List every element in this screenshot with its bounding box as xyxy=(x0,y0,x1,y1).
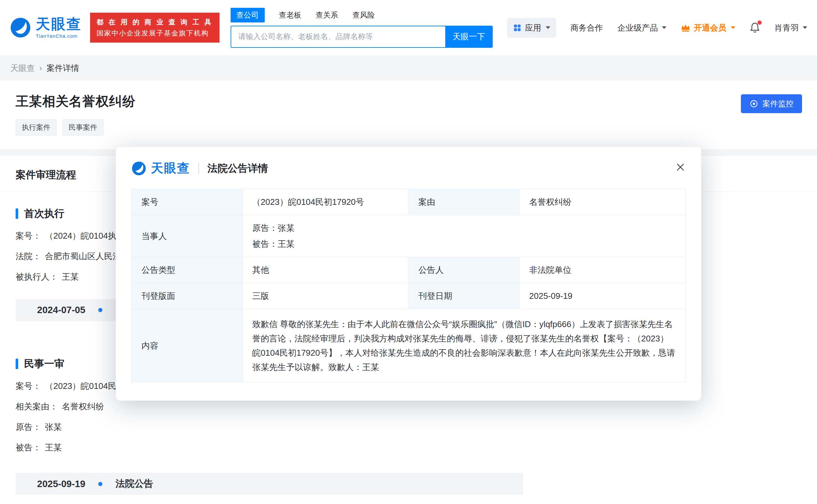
divider xyxy=(198,163,199,174)
case-header-card: 王某相关名誉权纠纷 执行案件 民事案件 案件监控 xyxy=(0,81,817,149)
cell-announcer-label: 公告人 xyxy=(409,257,519,283)
close-icon[interactable] xyxy=(675,161,686,173)
field-value: （2024）皖0104执 xyxy=(45,231,116,241)
field-value: 名誉权纠纷 xyxy=(62,402,104,412)
modal-brand: 天眼查 xyxy=(151,160,190,177)
cell-type-label: 公告类型 xyxy=(132,257,243,283)
table-row: 公告类型 其他 公告人 非法院单位 xyxy=(132,257,686,283)
chevron-down-icon xyxy=(662,26,666,29)
breadcrumb-current: 案件详情 xyxy=(47,63,79,73)
field-label: 原告： xyxy=(16,422,41,432)
cell-page-value: 三版 xyxy=(242,283,409,309)
timeline-date: 2025-09-19 xyxy=(37,479,85,489)
page-root: 天眼查 TianYanCha.com 都 在 用 的 商 业 查 询 工 具 国… xyxy=(0,0,817,504)
field-label: 案号： xyxy=(16,231,41,241)
chevron-down-icon xyxy=(803,26,807,29)
modal-header: 天眼查 法院公告详情 xyxy=(131,160,686,177)
vip-label: 开通会员 xyxy=(694,22,726,33)
tianyancha-logo-icon xyxy=(131,161,146,176)
promo-banner[interactable]: 都 在 用 的 商 业 查 询 工 具 国家中小企业发展子基金旗下机构 xyxy=(90,13,220,42)
apps-label: 应用 xyxy=(525,22,541,33)
cell-content-value: 致歉信 尊敬的张某先生：由于本人此前在微信公众号“娱乐圈疯批”（微信ID：ylq… xyxy=(242,309,685,382)
field-plaintiff: 原告： 张某 xyxy=(16,422,801,432)
search-bar: 天眼一下 xyxy=(231,26,493,48)
cell-cause-value: 名誉权纠纷 xyxy=(519,189,686,215)
breadcrumb-separator-icon: › xyxy=(39,63,42,73)
table-row: 内容 致歉信 尊敬的张某先生：由于本人此前在微信公众号“娱乐圈疯批”（微信ID：… xyxy=(132,309,686,382)
cell-page-label: 刊登版面 xyxy=(132,283,243,309)
logo-text: 天眼查 xyxy=(36,17,82,32)
cell-content-label: 内容 xyxy=(132,309,243,382)
party-plaintiff: 原告：张某 xyxy=(252,222,676,234)
tianyancha-logo-icon xyxy=(10,17,31,38)
logo-domain: TianYanCha.com xyxy=(36,33,82,39)
field-label: 被告： xyxy=(16,443,41,453)
tianyancha-logo[interactable]: 天眼查 TianYanCha.com xyxy=(10,17,82,38)
nav-vip-upgrade[interactable]: 开通会员 xyxy=(681,22,735,33)
breadcrumb-home[interactable]: 天眼查 xyxy=(10,63,35,73)
monitor-icon xyxy=(749,99,758,108)
username: 肖青羽 xyxy=(774,22,799,33)
cell-case-no-value: （2023）皖0104民初17920号 xyxy=(242,189,409,215)
user-menu[interactable]: 肖青羽 xyxy=(774,22,807,33)
field-value: 王某 xyxy=(45,443,62,453)
cell-pub-date-value: 2025-09-19 xyxy=(519,283,686,309)
logo-text-group: 天眼查 TianYanCha.com xyxy=(36,17,82,38)
party-defendant: 被告：王某 xyxy=(252,238,676,250)
table-row: 刊登版面 三版 刊登日期 2025-09-19 xyxy=(132,283,686,309)
case-monitor-button[interactable]: 案件监控 xyxy=(741,94,802,113)
apps-menu[interactable]: 应用 xyxy=(507,18,556,38)
table-row: 当事人 原告：张某 被告：王某 xyxy=(132,215,686,257)
nav-business-cooperation[interactable]: 商务合作 xyxy=(570,22,603,33)
search-area: 查公司 查老板 查关系 查风险 天眼一下 xyxy=(231,8,493,48)
case-tags: 执行案件 民事案件 xyxy=(16,119,801,136)
field-label: 相关案由： xyxy=(16,402,58,412)
field-value: 合肥市蜀山区人民法 xyxy=(45,251,121,261)
crown-icon xyxy=(681,23,690,32)
field-value: 张某 xyxy=(45,422,62,432)
search-input[interactable] xyxy=(231,26,445,48)
cell-party-label: 当事人 xyxy=(132,215,243,257)
timeline-dot xyxy=(98,308,102,312)
notifications-bell[interactable] xyxy=(750,22,760,33)
cell-party-value: 原告：张某 被告：王某 xyxy=(242,215,685,257)
tab-search-relation[interactable]: 查关系 xyxy=(316,8,338,22)
promo-banner-line2: 国家中小企业发展子基金旗下机构 xyxy=(97,28,213,39)
court-announcement-modal: 天眼查 法院公告详情 案号 （2023）皖0104民初17920号 案由 名誉权… xyxy=(116,147,701,401)
modal-title: 法院公告详情 xyxy=(208,162,268,175)
cell-type-value: 其他 xyxy=(242,257,409,283)
timeline-event-court-announcement[interactable]: 法院公告 xyxy=(115,477,153,490)
tab-search-boss[interactable]: 查老板 xyxy=(279,8,301,22)
cell-pub-date-label: 刊登日期 xyxy=(409,283,519,309)
promo-banner-line1: 都 在 用 的 商 业 查 询 工 具 xyxy=(97,17,213,28)
cell-case-no-label: 案号 xyxy=(132,189,243,215)
field-label: 案号： xyxy=(16,381,41,391)
notification-dot xyxy=(757,20,762,25)
top-header: 天眼查 TianYanCha.com 都 在 用 的 商 业 查 询 工 具 国… xyxy=(0,0,817,55)
field-value: 王某 xyxy=(62,272,79,282)
field-defendant: 被告： 王某 xyxy=(16,443,801,453)
nav-enterprise-products[interactable]: 企业级产品 xyxy=(617,22,666,33)
tag-execution-case: 执行案件 xyxy=(16,119,57,136)
nav-enterprise-label: 企业级产品 xyxy=(617,22,658,33)
timeline-dot xyxy=(98,482,102,486)
header-right-nav: 应用 商务合作 企业级产品 开通会员 xyxy=(507,18,807,38)
breadcrumb: 天眼查 › 案件详情 xyxy=(0,55,817,81)
table-row: 案号 （2023）皖0104民初17920号 案由 名誉权纠纷 xyxy=(132,189,686,215)
field-label: 被执行人： xyxy=(16,272,58,282)
cell-announcer-value: 非法院单位 xyxy=(519,257,686,283)
page-title: 王某相关名誉权纠纷 xyxy=(16,92,801,110)
cell-cause-label: 案由 xyxy=(409,189,519,215)
announcement-table: 案号 （2023）皖0104民初17920号 案由 名誉权纠纷 当事人 原告：张… xyxy=(131,189,686,382)
tab-search-company[interactable]: 查公司 xyxy=(231,8,265,22)
timeline-date-row: 2025-09-19 法院公告 xyxy=(16,473,523,495)
tab-search-risk[interactable]: 查风险 xyxy=(353,8,375,22)
chevron-down-icon xyxy=(731,26,735,29)
field-value: （2023）皖0104民 xyxy=(45,381,116,391)
apps-grid-icon xyxy=(513,23,522,32)
field-related-cause: 相关案由： 名誉权纠纷 xyxy=(16,402,801,412)
monitor-label: 案件监控 xyxy=(762,99,794,109)
search-button[interactable]: 天眼一下 xyxy=(445,26,493,48)
field-label: 法院： xyxy=(16,251,41,261)
chevron-down-icon xyxy=(546,26,550,29)
